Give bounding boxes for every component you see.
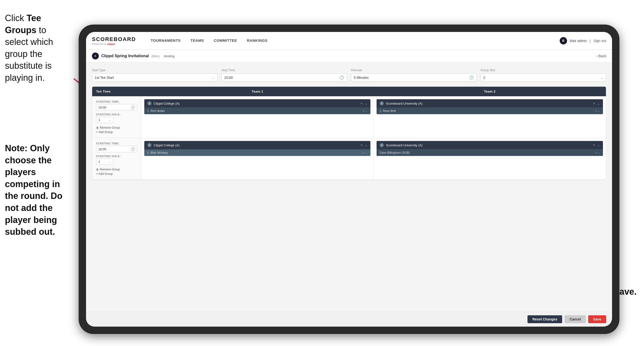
start-time-input[interactable]: 10:00 🕐 <box>222 73 347 81</box>
intervals-input[interactable]: 5 Minutes 🕐 <box>351 73 476 81</box>
team-slot-header-left: B Clippd College (A) <box>147 101 180 106</box>
nav-username: blair admin <box>570 39 587 43</box>
intervals-caret: 🕐 <box>469 75 474 80</box>
player-controls: × ⌄ <box>595 151 600 154</box>
team-dot: B <box>380 143 384 147</box>
nav-tournaments[interactable]: TOURNAMENTS <box>146 32 186 50</box>
nav-right: B blair admin | Sign out <box>560 37 606 44</box>
tee-group-1: STARTING TIME: 10:00 🕐 STARTING HOLE: 1 … <box>92 96 606 138</box>
team-name: Clippd College (A) <box>154 143 180 147</box>
team-close-icon[interactable]: × <box>360 143 362 147</box>
nav-items: TOURNAMENTS TEAMS COMMITTEE RANKINGS <box>146 32 560 50</box>
nav-rankings[interactable]: RANKINGS <box>242 32 272 50</box>
player-slot[interactable]: Dave Billingham (SUB) × ⌄ <box>376 149 603 156</box>
breadcrumb-left: B Clippd Spring Invitational (Men) Hosti… <box>92 52 174 59</box>
team-slot-header-left: B Scoreboard University (A) <box>380 143 422 147</box>
player-slot[interactable]: 1. Rich Butler × ⌄ <box>144 108 370 114</box>
team-slot-header-left: B Clippd College (A) <box>147 143 180 147</box>
start-type-caret: ⌄ <box>212 75 215 80</box>
breadcrumb-bar: B Clippd Spring Invitational (Men) Hosti… <box>86 50 612 63</box>
header-team2: Team 2 <box>374 87 606 96</box>
start-time-group: Start Time 10:00 🕐 <box>222 68 347 81</box>
starting-time-input[interactable]: 10:00 🕐 <box>96 104 137 110</box>
team-slot-2-2[interactable]: B Scoreboard University (A) × ⌄ Dave Bil… <box>376 141 603 156</box>
team-expand-icon[interactable]: ⌄ <box>597 143 600 147</box>
team-slot-controls: × ⌄ <box>593 101 600 105</box>
breadcrumb-hosting: Hosting <box>164 54 174 58</box>
team-close-icon[interactable]: × <box>593 101 595 105</box>
player-name: 1. Rees Britt <box>380 109 396 113</box>
annotation-note-bold: Only choose the players competing in the… <box>5 143 62 237</box>
group-1-left: STARTING TIME: 10:00 🕐 STARTING HOLE: 1 … <box>92 96 141 138</box>
start-type-input[interactable]: 1st Tee Start ⌄ <box>92 73 218 81</box>
start-time-caret: 🕐 <box>340 75 344 80</box>
starting-hole-input[interactable]: 1 ⌄ <box>96 159 113 165</box>
player-slot[interactable]: 1. Rees Britt × ⌄ <box>376 108 603 114</box>
group-actions: 🗑 Remove Group + Add Group <box>96 168 137 176</box>
top-annotation: Click Tee Groups to select which group t… <box>0 7 74 89</box>
bottom-annotation: Note: Only choose the players competing … <box>0 137 79 243</box>
logo-scoreboard: SCOREBOARD <box>92 36 136 42</box>
nav-separator: | <box>590 39 591 43</box>
starting-time-input[interactable]: 10:05 🕐 <box>96 146 137 152</box>
nav-avatar: B <box>560 37 567 44</box>
cancel-button[interactable]: Cancel <box>564 315 586 323</box>
team-slot-1-2[interactable]: B Scoreboard University (A) × ⌄ 1. Rees … <box>376 99 603 114</box>
player-name: Dave Billingham (SUB) <box>380 151 410 154</box>
logo-powered: Powered by clippd <box>92 42 136 45</box>
nav-signout[interactable]: Sign out <box>594 39 606 43</box>
player-slot[interactable]: 2. Blair McHarg × ⌄ <box>144 149 370 156</box>
breadcrumb-avatar: B <box>92 52 99 59</box>
start-type-group: Start Type 1st Tee Start ⌄ <box>92 68 218 81</box>
save-button[interactable]: Save <box>588 315 606 323</box>
remove-group-btn[interactable]: 🗑 Remove Group <box>96 126 137 129</box>
team-slot-controls: × ⌄ <box>593 143 600 147</box>
logo: SCOREBOARD Powered by clippd <box>92 36 136 45</box>
add-group-btn[interactable]: + Add Group <box>96 172 137 176</box>
nav-committee[interactable]: COMMITTEE <box>209 32 242 50</box>
back-button[interactable]: ‹ Back <box>596 54 606 58</box>
starting-time-label: STARTING TIME: <box>96 100 137 103</box>
header-tee-time: Tee Time <box>92 87 141 96</box>
starting-hole-label: STARTING HOLE: <box>96 155 137 158</box>
add-group-btn[interactable]: + Add Group <box>96 130 137 134</box>
team-slot-header: B Scoreboard University (A) × ⌄ <box>376 99 603 108</box>
team-expand-icon[interactable]: ⌄ <box>597 101 600 105</box>
team-expand-icon[interactable]: ⌄ <box>364 101 368 105</box>
team-close-icon[interactable]: × <box>593 143 595 147</box>
navbar: SCOREBOARD Powered by clippd TOURNAMENTS… <box>86 32 612 50</box>
team-slot-controls: × ⌄ <box>360 143 368 147</box>
group-1-team2: B Scoreboard University (A) × ⌄ 1. Rees … <box>374 96 606 138</box>
remove-group-btn[interactable]: 🗑 Remove Group <box>96 168 137 171</box>
logo-clippd: clippd <box>107 42 115 45</box>
tee-group-2: STARTING TIME: 10:05 🕐 STARTING HOLE: 1 … <box>92 138 606 180</box>
settings-row: Start Type 1st Tee Start ⌄ Start Time 10… <box>92 68 606 81</box>
bottom-bar: Reset Changes Cancel Save <box>86 312 612 327</box>
team-slot-1-1[interactable]: B Clippd College (A) × ⌄ 1. Rich Butler … <box>144 99 370 114</box>
table-header: Tee Time Team 1 Team 2 <box>92 87 606 96</box>
annotation-text-part1: Click <box>5 13 26 23</box>
team-slot-header: B Scoreboard University (A) × ⌄ <box>376 141 603 149</box>
team-slot-header: B Clippd College (A) × ⌄ <box>144 99 370 108</box>
main-content: Start Type 1st Tee Start ⌄ Start Time 10… <box>86 63 612 312</box>
player-name: 1. Rich Butler <box>147 109 165 113</box>
group-size-input[interactable]: 2 ⌄ <box>480 73 606 81</box>
tablet-device: SCOREBOARD Powered by clippd TOURNAMENTS… <box>79 24 620 334</box>
team-dot: B <box>147 143 152 147</box>
intervals-group: Intervals 5 Minutes 🕐 <box>351 68 476 81</box>
starting-hole-input[interactable]: 1 ⌄ <box>96 117 113 123</box>
group-2-left: STARTING TIME: 10:05 🕐 STARTING HOLE: 1 … <box>92 138 141 180</box>
nav-teams[interactable]: TEAMS <box>186 32 209 50</box>
start-type-label: Start Type <box>92 68 218 72</box>
team-expand-icon[interactable]: ⌄ <box>364 143 368 147</box>
team-close-icon[interactable]: × <box>360 101 362 105</box>
breadcrumb-title: Clippd Spring Invitational <box>101 54 149 58</box>
team-slot-2-1[interactable]: B Clippd College (A) × ⌄ 2. Blair McHarg… <box>144 141 370 156</box>
group-2-team2: B Scoreboard University (A) × ⌄ Dave Bil… <box>374 138 606 180</box>
player-controls: × ⌄ <box>362 151 368 154</box>
reset-button[interactable]: Reset Changes <box>528 315 562 323</box>
team-slot-header-left: B Scoreboard University (A) <box>380 101 422 106</box>
player-controls: × ⌄ <box>595 109 600 113</box>
start-time-label: Start Time <box>222 68 347 72</box>
group-actions: 🗑 Remove Group + Add Group <box>96 126 137 134</box>
